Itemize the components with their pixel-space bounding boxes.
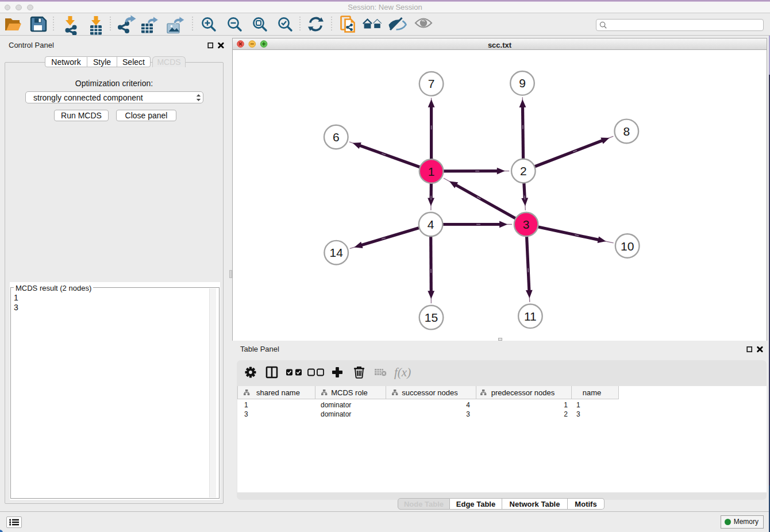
svg-text:shared name: shared name: [256, 388, 300, 397]
svg-text:3: 3: [523, 218, 530, 231]
svg-text:8: 8: [623, 125, 630, 138]
svg-text:14: 14: [330, 246, 344, 259]
svg-text:7: 7: [428, 77, 435, 90]
svg-text:1: 1: [428, 165, 435, 178]
svg-text:4: 4: [428, 218, 434, 231]
svg-text:9: 9: [519, 76, 526, 90]
svg-text:10: 10: [621, 240, 634, 253]
svg-text:f(x): f(x): [394, 365, 411, 379]
svg-text:MCDS role: MCDS role: [331, 388, 368, 397]
svg-text:2: 2: [520, 164, 527, 178]
svg-text:11: 11: [524, 310, 537, 323]
svg-text:successor nodes: successor nodes: [402, 388, 458, 397]
svg-text:name: name: [583, 388, 602, 397]
svg-text:15: 15: [425, 311, 438, 324]
svg-text:6: 6: [333, 130, 340, 144]
svg-text:predecessor nodes: predecessor nodes: [491, 388, 555, 397]
